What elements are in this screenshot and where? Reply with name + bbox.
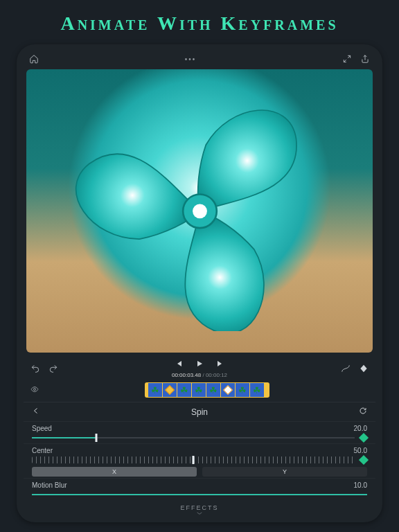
param-motion-blur: Motion Blur 10.0 — [24, 478, 375, 500]
reset-icon[interactable] — [359, 407, 367, 417]
fullscreen-icon[interactable] — [342, 54, 352, 64]
next-frame-icon[interactable] — [216, 358, 224, 371]
keyframe-diamond-icon[interactable] — [359, 455, 369, 465]
param-label: Motion Blur — [32, 481, 67, 489]
effects-drawer-label[interactable]: EFFECTS — [24, 500, 375, 515]
visibility-icon[interactable] — [30, 384, 40, 396]
back-icon[interactable] — [32, 407, 40, 417]
center-slider[interactable] — [32, 456, 355, 464]
speed-slider[interactable] — [32, 434, 355, 442]
param-center: Center 50.0 X Y — [24, 443, 375, 478]
axis-y-toggle[interactable]: Y — [202, 467, 367, 477]
propeller-graphic — [53, 91, 347, 332]
axis-x-toggle[interactable]: X — [32, 467, 197, 477]
prev-frame-icon[interactable] — [175, 358, 183, 371]
undo-icon[interactable] — [30, 364, 40, 373]
param-label: Center — [32, 447, 53, 454]
chevron-down-icon — [24, 511, 375, 515]
share-icon[interactable] — [360, 54, 370, 64]
titlebar: ••• — [24, 53, 375, 69]
param-speed: Speed 20.0 — [24, 421, 375, 443]
param-label: Speed — [32, 425, 52, 432]
redo-icon[interactable] — [48, 364, 58, 373]
effect-panel-header: Spin — [24, 402, 375, 421]
svg-point-2 — [34, 389, 36, 391]
home-icon[interactable] — [29, 54, 39, 64]
motion-blur-slider[interactable] — [32, 490, 367, 499]
keyframe-diamond-icon[interactable] — [359, 433, 369, 443]
svg-point-1 — [193, 204, 207, 218]
param-value: 10.0 — [354, 481, 367, 489]
param-value: 50.0 — [354, 447, 367, 454]
timeline-clip[interactable]: ☘ ☘ ☘ ☘ ☘ ☘ — [145, 382, 269, 398]
keyframe-icon[interactable] — [359, 364, 369, 373]
param-value: 20.0 — [354, 425, 367, 432]
preview-canvas[interactable] — [26, 69, 373, 353]
transport-bar: 00:00:03.48 / 00:00:12 — [24, 353, 375, 380]
play-icon[interactable] — [195, 358, 204, 371]
timeline[interactable]: ☘ ☘ ☘ ☘ ☘ ☘ — [24, 380, 375, 402]
hero-title: Animate With Keyframes — [0, 0, 399, 44]
ease-curve-icon[interactable] — [341, 364, 351, 373]
window-drag-dots: ••• — [39, 55, 342, 63]
app-window: ••• — [17, 44, 382, 522]
effect-title: Spin — [191, 407, 208, 417]
timecode: 00:00:03.48 / 00:00:12 — [172, 372, 227, 378]
